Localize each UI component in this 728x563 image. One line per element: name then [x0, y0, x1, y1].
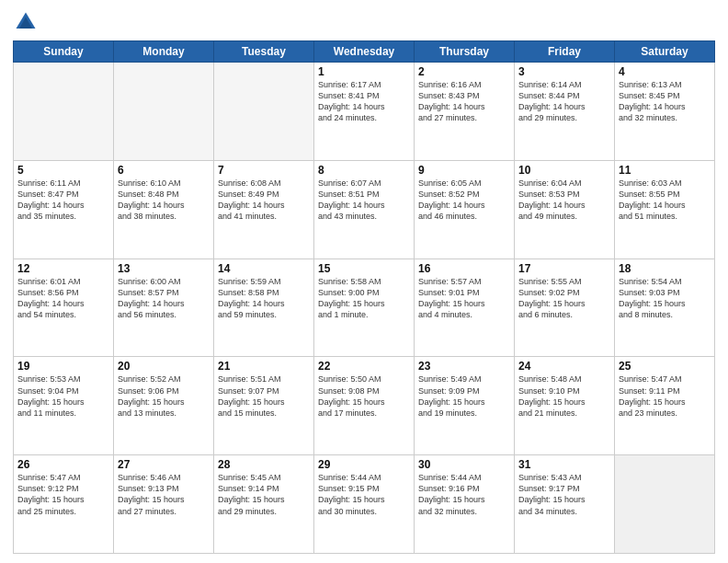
- day-number: 31: [518, 458, 610, 471]
- day-cell: 11Sunrise: 6:03 AM Sunset: 8:55 PM Dayli…: [615, 160, 715, 259]
- day-info: Sunrise: 6:07 AM Sunset: 8:51 PM Dayligh…: [318, 178, 410, 223]
- weekday-header-friday: Friday: [515, 41, 615, 63]
- day-number: 8: [318, 164, 410, 177]
- day-number: 27: [118, 458, 210, 471]
- day-cell: 16Sunrise: 5:57 AM Sunset: 9:01 PM Dayli…: [415, 259, 515, 357]
- day-cell: 5Sunrise: 6:11 AM Sunset: 8:47 PM Daylig…: [14, 160, 114, 259]
- day-info: Sunrise: 6:11 AM Sunset: 8:47 PM Dayligh…: [17, 178, 109, 223]
- week-row-5: 26Sunrise: 5:47 AM Sunset: 9:12 PM Dayli…: [14, 455, 715, 554]
- day-info: Sunrise: 5:46 AM Sunset: 9:13 PM Dayligh…: [118, 472, 210, 517]
- day-info: Sunrise: 6:13 AM Sunset: 8:45 PM Dayligh…: [619, 79, 711, 124]
- day-info: Sunrise: 6:10 AM Sunset: 8:48 PM Dayligh…: [118, 178, 210, 223]
- day-number: 23: [418, 360, 510, 373]
- week-row-3: 12Sunrise: 6:01 AM Sunset: 8:56 PM Dayli…: [14, 259, 715, 357]
- day-number: 29: [318, 458, 410, 471]
- day-cell: 9Sunrise: 6:05 AM Sunset: 8:52 PM Daylig…: [415, 160, 515, 259]
- day-info: Sunrise: 5:48 AM Sunset: 9:10 PM Dayligh…: [518, 373, 610, 419]
- day-cell: 2Sunrise: 6:16 AM Sunset: 8:43 PM Daylig…: [415, 63, 515, 161]
- day-info: Sunrise: 5:45 AM Sunset: 9:14 PM Dayligh…: [218, 472, 310, 517]
- day-number: 30: [418, 458, 510, 471]
- day-cell: 23Sunrise: 5:49 AM Sunset: 9:09 PM Dayli…: [415, 357, 515, 455]
- day-number: 14: [218, 262, 310, 275]
- day-cell: 13Sunrise: 6:00 AM Sunset: 8:57 PM Dayli…: [114, 259, 214, 357]
- day-cell: 10Sunrise: 6:04 AM Sunset: 8:53 PM Dayli…: [515, 160, 615, 259]
- day-cell: 15Sunrise: 5:58 AM Sunset: 9:00 PM Dayli…: [314, 259, 415, 357]
- day-cell: 6Sunrise: 6:10 AM Sunset: 8:48 PM Daylig…: [114, 160, 214, 259]
- day-number: 5: [17, 164, 109, 177]
- day-cell: [214, 63, 314, 161]
- day-cell: 25Sunrise: 5:47 AM Sunset: 9:11 PM Dayli…: [615, 357, 715, 455]
- day-info: Sunrise: 6:08 AM Sunset: 8:49 PM Dayligh…: [218, 178, 310, 223]
- day-cell: 20Sunrise: 5:52 AM Sunset: 9:06 PM Dayli…: [114, 357, 214, 455]
- day-number: 24: [518, 360, 610, 373]
- day-number: 6: [118, 164, 210, 177]
- day-cell: 1Sunrise: 6:17 AM Sunset: 8:41 PM Daylig…: [314, 63, 415, 161]
- day-cell: 26Sunrise: 5:47 AM Sunset: 9:12 PM Dayli…: [14, 455, 114, 554]
- day-info: Sunrise: 5:47 AM Sunset: 9:11 PM Dayligh…: [619, 373, 711, 419]
- day-info: Sunrise: 5:47 AM Sunset: 9:12 PM Dayligh…: [17, 472, 109, 517]
- day-number: 9: [418, 164, 510, 177]
- day-cell: 12Sunrise: 6:01 AM Sunset: 8:56 PM Dayli…: [14, 259, 114, 357]
- day-number: 4: [619, 65, 711, 78]
- day-cell: 19Sunrise: 5:53 AM Sunset: 9:04 PM Dayli…: [14, 357, 114, 455]
- day-number: 22: [318, 360, 410, 373]
- day-info: Sunrise: 5:53 AM Sunset: 9:04 PM Dayligh…: [17, 373, 109, 419]
- day-cell: 31Sunrise: 5:43 AM Sunset: 9:17 PM Dayli…: [515, 455, 615, 554]
- weekday-header-sunday: Sunday: [14, 41, 114, 63]
- day-cell: [615, 455, 715, 554]
- day-number: 7: [218, 164, 310, 177]
- day-number: 2: [418, 65, 510, 78]
- day-number: 17: [518, 262, 610, 275]
- day-number: 19: [17, 360, 109, 373]
- day-cell: 3Sunrise: 6:14 AM Sunset: 8:44 PM Daylig…: [515, 63, 615, 161]
- day-number: 15: [318, 262, 410, 275]
- day-number: 20: [118, 360, 210, 373]
- day-number: 10: [518, 164, 610, 177]
- day-cell: 21Sunrise: 5:51 AM Sunset: 9:07 PM Dayli…: [214, 357, 314, 455]
- day-info: Sunrise: 5:57 AM Sunset: 9:01 PM Dayligh…: [418, 276, 510, 321]
- day-cell: 29Sunrise: 5:44 AM Sunset: 9:15 PM Dayli…: [314, 455, 415, 554]
- day-number: 25: [619, 360, 711, 373]
- day-cell: 17Sunrise: 5:55 AM Sunset: 9:02 PM Dayli…: [515, 259, 615, 357]
- week-row-2: 5Sunrise: 6:11 AM Sunset: 8:47 PM Daylig…: [14, 160, 715, 259]
- day-info: Sunrise: 5:43 AM Sunset: 9:17 PM Dayligh…: [518, 472, 610, 517]
- header: [13, 9, 715, 35]
- day-number: 1: [318, 65, 410, 78]
- weekday-header-tuesday: Tuesday: [214, 41, 314, 63]
- day-number: 12: [17, 262, 109, 275]
- day-cell: 7Sunrise: 6:08 AM Sunset: 8:49 PM Daylig…: [214, 160, 314, 259]
- day-number: 13: [118, 262, 210, 275]
- day-info: Sunrise: 6:16 AM Sunset: 8:43 PM Dayligh…: [418, 79, 510, 124]
- day-info: Sunrise: 5:44 AM Sunset: 9:16 PM Dayligh…: [418, 472, 510, 517]
- day-number: 28: [218, 458, 310, 471]
- day-cell: [114, 63, 214, 161]
- day-cell: 8Sunrise: 6:07 AM Sunset: 8:51 PM Daylig…: [314, 160, 415, 259]
- day-cell: 18Sunrise: 5:54 AM Sunset: 9:03 PM Dayli…: [615, 259, 715, 357]
- weekday-header-wednesday: Wednesday: [314, 41, 415, 63]
- day-number: 18: [619, 262, 711, 275]
- day-info: Sunrise: 5:55 AM Sunset: 9:02 PM Dayligh…: [518, 276, 610, 321]
- day-info: Sunrise: 6:17 AM Sunset: 8:41 PM Dayligh…: [318, 79, 410, 124]
- day-info: Sunrise: 6:04 AM Sunset: 8:53 PM Dayligh…: [518, 178, 610, 223]
- day-number: 16: [418, 262, 510, 275]
- calendar-table: SundayMondayTuesdayWednesdayThursdayFrid…: [13, 40, 715, 554]
- logo: [13, 9, 40, 35]
- day-info: Sunrise: 6:14 AM Sunset: 8:44 PM Dayligh…: [518, 79, 610, 124]
- logo-icon: [13, 9, 39, 35]
- day-info: Sunrise: 5:51 AM Sunset: 9:07 PM Dayligh…: [218, 373, 310, 419]
- day-number: 3: [518, 65, 610, 78]
- day-cell: 22Sunrise: 5:50 AM Sunset: 9:08 PM Dayli…: [314, 357, 415, 455]
- day-info: Sunrise: 6:05 AM Sunset: 8:52 PM Dayligh…: [418, 178, 510, 223]
- day-number: 11: [619, 164, 711, 177]
- day-number: 26: [17, 458, 109, 471]
- day-info: Sunrise: 6:01 AM Sunset: 8:56 PM Dayligh…: [17, 276, 109, 321]
- day-number: 21: [218, 360, 310, 373]
- day-cell: 27Sunrise: 5:46 AM Sunset: 9:13 PM Dayli…: [114, 455, 214, 554]
- day-info: Sunrise: 5:49 AM Sunset: 9:09 PM Dayligh…: [418, 373, 510, 419]
- day-cell: [14, 63, 114, 161]
- day-info: Sunrise: 5:54 AM Sunset: 9:03 PM Dayligh…: [619, 276, 711, 321]
- day-cell: 14Sunrise: 5:59 AM Sunset: 8:58 PM Dayli…: [214, 259, 314, 357]
- day-info: Sunrise: 5:59 AM Sunset: 8:58 PM Dayligh…: [218, 276, 310, 321]
- weekday-header-thursday: Thursday: [415, 41, 515, 63]
- weekday-header-saturday: Saturday: [615, 41, 715, 63]
